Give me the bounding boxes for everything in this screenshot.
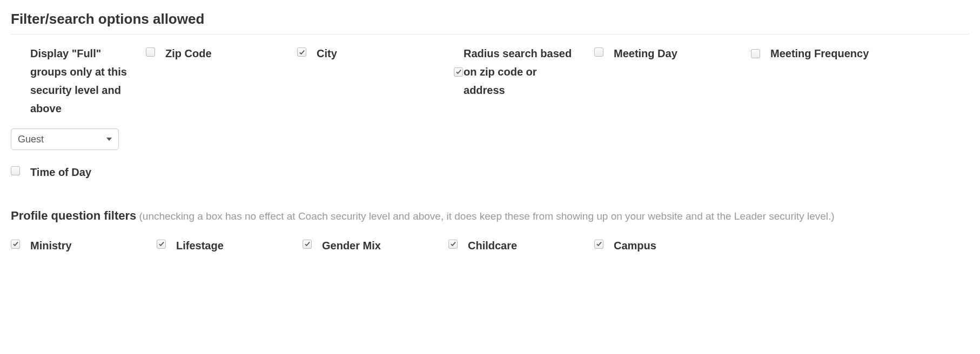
radius-label: Radius search based on zip code or addre… <box>464 44 578 99</box>
section-title: Filter/search options allowed <box>11 11 969 35</box>
meeting-day-cell: Meeting Day <box>594 44 751 63</box>
gender-mix-checkbox[interactable] <box>303 240 312 249</box>
meeting-day-label: Meeting Day <box>614 44 677 63</box>
profile-filters-help: (unchecking a box has no effect at Coach… <box>139 210 835 222</box>
display-full-cell: Display "Full" groups only at this secur… <box>11 44 146 150</box>
time-of-day-checkbox[interactable] <box>11 166 20 175</box>
ministry-label: Ministry <box>30 236 72 255</box>
zip-code-label: Zip Code <box>165 44 212 63</box>
zip-code-checkbox[interactable] <box>146 47 155 57</box>
lifestage-cell: Lifestage <box>157 236 303 255</box>
campus-label: Campus <box>614 236 656 255</box>
radius-cell: Radius search based on zip code or addre… <box>454 44 594 99</box>
zip-code-cell: Zip Code <box>146 44 297 63</box>
meeting-freq-checkbox[interactable] <box>751 49 760 58</box>
profile-filters-heading: Profile question filters <box>11 209 136 222</box>
campus-cell: Campus <box>594 236 740 255</box>
childcare-label: Childcare <box>468 236 517 255</box>
security-level-select[interactable]: Guest <box>11 128 119 150</box>
city-cell: City <box>297 44 454 63</box>
childcare-checkbox[interactable] <box>448 240 458 249</box>
ministry-checkbox[interactable] <box>11 240 20 249</box>
gender-mix-label: Gender Mix <box>322 236 381 255</box>
filter-options-row: Display "Full" groups only at this secur… <box>11 44 969 150</box>
ministry-cell: Ministry <box>11 236 157 255</box>
lifestage-checkbox[interactable] <box>157 240 166 249</box>
profile-filters-row: Ministry Lifestage Gender Mix Childcare <box>11 236 969 255</box>
time-of-day-row: Time of Day <box>11 163 969 181</box>
meeting-day-checkbox[interactable] <box>594 47 603 57</box>
display-full-label: Display "Full" groups only at this secur… <box>11 44 130 118</box>
profile-filters-heading-row: Profile question filters (unchecking a b… <box>11 205 969 227</box>
city-label: City <box>317 44 337 63</box>
security-level-select-value: Guest <box>18 134 44 145</box>
lifestage-label: Lifestage <box>176 236 224 255</box>
campus-checkbox[interactable] <box>594 240 603 249</box>
meeting-freq-cell: Meeting Frequency <box>751 44 969 63</box>
radius-checkbox[interactable] <box>454 67 463 77</box>
time-of-day-label: Time of Day <box>30 163 91 181</box>
chevron-down-icon <box>106 138 112 141</box>
meeting-freq-label: Meeting Frequency <box>770 44 869 63</box>
childcare-cell: Childcare <box>448 236 594 255</box>
gender-mix-cell: Gender Mix <box>303 236 448 255</box>
city-checkbox[interactable] <box>297 47 306 57</box>
